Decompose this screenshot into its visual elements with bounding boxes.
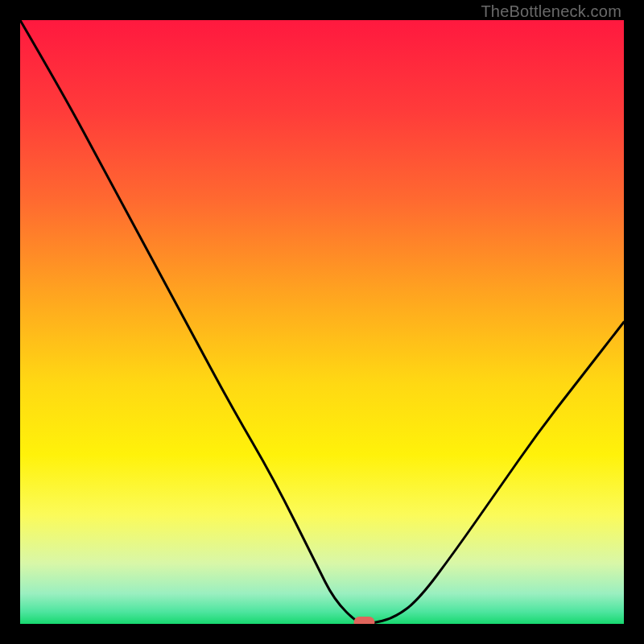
- chart-svg: [20, 20, 624, 624]
- plot-area: [20, 20, 624, 624]
- optimal-marker: [354, 617, 375, 624]
- chart-container: TheBottleneck.com: [0, 0, 644, 644]
- gradient-background: [20, 20, 624, 624]
- watermark-text: TheBottleneck.com: [481, 2, 621, 21]
